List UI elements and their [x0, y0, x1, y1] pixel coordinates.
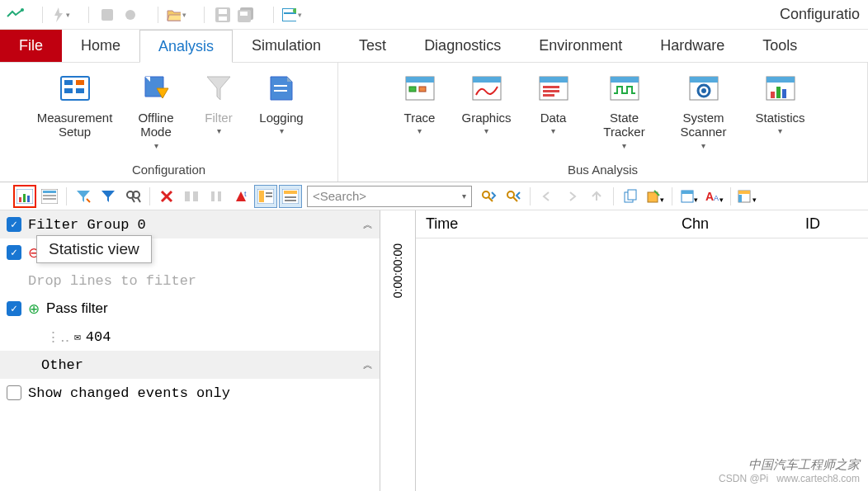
other-section[interactable]: Other ︽ [0, 351, 380, 379]
export-dropdown[interactable]: ▾ [644, 185, 667, 208]
tab-analysis[interactable]: Analysis [139, 30, 233, 63]
lightning-icon[interactable] [51, 5, 71, 25]
measurement-setup-button[interactable]: Measurement Setup [27, 66, 122, 144]
system-scanner-icon [686, 71, 721, 106]
app-icon [5, 5, 25, 25]
svg-rect-61 [284, 191, 297, 194]
svg-text:▾: ▾ [694, 196, 698, 204]
record-icon[interactable] [120, 5, 140, 25]
collapse-icon[interactable]: ︽ [363, 358, 373, 372]
svg-point-0 [21, 8, 24, 12]
delta-button[interactable]: t [229, 185, 252, 208]
svg-rect-59 [266, 196, 272, 197]
trace-button[interactable]: Trace▾ [391, 66, 449, 141]
timeline-start: 0:00:00:00 [391, 243, 404, 298]
tab-diagnostics[interactable]: Diagnostics [405, 30, 520, 62]
font-dropdown[interactable]: AA▾ [702, 185, 725, 208]
copy-button[interactable] [619, 185, 642, 208]
toggle-b-button[interactable] [279, 185, 302, 208]
pass-filter-row[interactable]: ⊕ Pass filter [0, 295, 380, 323]
open-folder-icon[interactable] [167, 5, 186, 25]
funnel-in-button[interactable] [72, 185, 95, 208]
show-changed-row[interactable]: Show changed events only [0, 379, 380, 407]
data-button[interactable]: Data▾ [525, 66, 583, 141]
statistics-icon [763, 71, 798, 106]
filter-group-row[interactable]: Filter Group 0 ︽ [0, 210, 380, 238]
nav-back-button[interactable] [535, 185, 559, 208]
tab-home[interactable]: Home [62, 30, 139, 62]
tab-hardware[interactable]: Hardware [641, 30, 743, 62]
svg-rect-5 [219, 17, 227, 21]
svg-rect-58 [266, 192, 272, 194]
col-id[interactable]: ID [795, 215, 830, 233]
collapse-icon[interactable]: ︽ [363, 218, 373, 232]
columns-dropdown[interactable]: ▾ [677, 185, 701, 208]
offline-mode-button[interactable]: Offline Mode▾ [127, 66, 185, 155]
config-label: Configuratio [780, 6, 863, 23]
svg-rect-37 [767, 77, 795, 83]
pass-filter-item[interactable]: ⋮‥✉ 404 [0, 323, 380, 351]
save-all-icon[interactable] [236, 5, 256, 25]
svg-rect-24 [473, 77, 501, 83]
svg-rect-16 [76, 88, 84, 93]
svg-rect-27 [543, 86, 559, 88]
svg-rect-77 [738, 191, 750, 194]
filter-button[interactable]: Filter▾ [190, 66, 248, 141]
ribbon-group-bus-analysis: Trace▾ Graphics▾ Data▾ State Tracker▾ Sy… [338, 63, 868, 182]
statistic-view-button[interactable] [13, 185, 36, 208]
tab-test[interactable]: Test [340, 30, 405, 62]
quick-access-toolbar: Configuratio [0, 0, 868, 30]
checkbox[interactable] [7, 385, 21, 400]
layout-dropdown[interactable]: ▾ [736, 185, 759, 208]
graphics-button[interactable]: Graphics▾ [454, 66, 520, 141]
detail-view-button[interactable] [38, 185, 61, 208]
find-next-button[interactable] [477, 185, 500, 208]
state-tracker-button[interactable]: State Tracker▾ [587, 66, 662, 155]
svg-rect-8 [240, 12, 248, 16]
svg-text:t: t [244, 190, 247, 198]
svg-rect-71 [682, 191, 693, 194]
delete-button[interactable] [155, 185, 178, 208]
svg-text:A: A [714, 194, 719, 202]
svg-rect-78 [738, 195, 742, 202]
window-layout-icon[interactable] [282, 5, 302, 25]
col-chn[interactable]: Chn [672, 215, 795, 233]
pause-button[interactable] [205, 185, 228, 208]
tab-file[interactable]: File [0, 30, 62, 62]
system-scanner-button[interactable]: System Scanner▾ [667, 66, 741, 155]
svg-rect-57 [259, 191, 264, 202]
svg-rect-67 [628, 190, 636, 200]
svg-text:▾: ▾ [719, 196, 724, 204]
timeline-gutter: 0:00:00:00 [380, 210, 416, 491]
checkbox[interactable] [7, 217, 21, 232]
svg-point-64 [483, 191, 489, 198]
find-prev-button[interactable] [502, 185, 525, 208]
toggle-a-button[interactable] [254, 185, 277, 208]
tab-environment[interactable]: Environment [520, 30, 641, 62]
tab-simulation[interactable]: Simulation [233, 30, 340, 62]
svg-rect-63 [285, 200, 296, 201]
svg-rect-15 [76, 80, 84, 85]
search-input[interactable]: <Search>▾ [307, 186, 472, 207]
svg-text:▾: ▾ [752, 196, 757, 204]
nav-up-button[interactable] [585, 185, 608, 208]
find-button[interactable] [121, 185, 144, 208]
save-icon[interactable] [213, 5, 233, 25]
checkbox[interactable] [7, 245, 21, 260]
statistics-button[interactable]: Statistics▾ [746, 66, 815, 141]
funnel-out-button[interactable] [97, 185, 120, 208]
nav-fwd-button[interactable] [560, 185, 583, 208]
section-button[interactable] [180, 185, 203, 208]
svg-rect-52 [193, 191, 198, 201]
svg-rect-47 [43, 195, 56, 196]
svg-rect-14 [64, 88, 73, 93]
svg-rect-38 [771, 92, 775, 98]
stop-icon[interactable] [97, 5, 117, 25]
col-time[interactable]: Time [416, 215, 672, 233]
logging-button[interactable]: Logging▾ [252, 66, 310, 141]
checkbox[interactable] [7, 301, 21, 316]
svg-rect-29 [543, 94, 554, 97]
content-area: Filter Group 0 ︽ ⊖ Stop filter Drop line… [0, 210, 868, 491]
svg-rect-17 [274, 85, 287, 87]
tab-tools[interactable]: Tools [743, 30, 816, 62]
